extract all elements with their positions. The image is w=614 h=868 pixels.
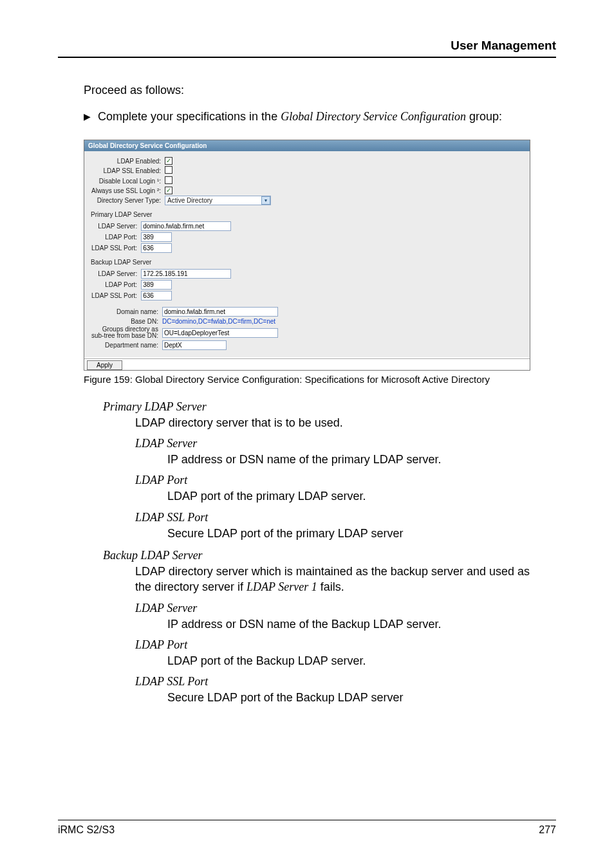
dir-server-type-select[interactable]: Active Directory ▾ bbox=[165, 196, 271, 205]
ldap-ssl-enabled-checkbox[interactable] bbox=[165, 166, 172, 174]
base-dn-value: DC=domino,DC=fwlab,DC=firm,DC=net bbox=[160, 317, 280, 326]
step-bullet: ▶ Complete your specifications in the Gl… bbox=[84, 109, 556, 124]
triangle-bullet-icon: ▶ bbox=[84, 109, 98, 124]
ldap-enabled-label: LDAP Enabled: bbox=[89, 156, 163, 165]
step-text-ref: Global Directory Service Configuration bbox=[281, 110, 466, 123]
primary-port-input[interactable] bbox=[141, 232, 172, 242]
ldap-enabled-checkbox[interactable]: ✓ bbox=[165, 157, 172, 165]
term-primary-ldap-ssl-port: LDAP SSL Port bbox=[135, 511, 530, 524]
backup-ssl-port-label: LDAP SSL Port: bbox=[89, 290, 139, 301]
groups-dir-label-b: sub-tree from base DN: bbox=[91, 333, 158, 339]
primary-ssl-port-input[interactable] bbox=[141, 243, 172, 253]
primary-server-label: LDAP Server: bbox=[89, 221, 139, 232]
primary-ssl-port-label: LDAP SSL Port: bbox=[89, 243, 139, 254]
desc-backup-ldap-ssl-port: Secure LDAP port of the Backup LDAP serv… bbox=[167, 690, 530, 705]
desc-primary-ldap-server: IP address or DSN name of the primary LD… bbox=[167, 452, 530, 467]
intro-text: Proceed as follows: bbox=[84, 84, 556, 97]
primary-port-label: LDAP Port: bbox=[89, 232, 139, 243]
apply-button[interactable]: Apply bbox=[87, 360, 122, 370]
groups-dir-input[interactable] bbox=[162, 328, 278, 338]
term-backup-ldap-server: LDAP Server bbox=[135, 602, 530, 615]
chevron-down-icon: ▾ bbox=[261, 196, 270, 205]
desc-primary-ldap-ssl-port: Secure LDAP port of the primary LDAP ser… bbox=[167, 526, 530, 541]
desc-backup-ldap-port: LDAP port of the Backup LDAP server. bbox=[167, 653, 530, 669]
ldap-ssl-enabled-label: LDAP SSL Enabled: bbox=[89, 165, 163, 176]
step-text: Complete your specifications in the Glob… bbox=[98, 109, 502, 124]
primary-server-input[interactable] bbox=[141, 221, 231, 231]
base-dn-label: Base DN: bbox=[89, 317, 160, 326]
backup-ssl-port-input[interactable] bbox=[141, 291, 172, 300]
always-ssl-login-label: Always use SSL Login ²: bbox=[89, 186, 163, 195]
config-screenshot: Global Directory Service Configuration L… bbox=[84, 140, 530, 371]
disable-local-login-checkbox[interactable] bbox=[165, 176, 172, 184]
header-rule bbox=[58, 57, 556, 58]
backup-ldap-header: Backup LDAP Server bbox=[91, 259, 525, 266]
dir-server-type-value: Active Directory bbox=[167, 197, 212, 204]
footer-left: iRMC S2/S3 bbox=[58, 824, 115, 836]
term-primary-ldap: Primary LDAP Server bbox=[103, 400, 530, 414]
desc-backup-ldap: LDAP directory server which is maintaine… bbox=[135, 564, 530, 595]
dir-server-type-label: Directory Server Type: bbox=[89, 195, 163, 206]
figure-caption: Figure 159: Global Directory Service Con… bbox=[84, 373, 530, 386]
dept-name-input[interactable] bbox=[162, 340, 227, 350]
panel-title: Global Directory Service Configuration bbox=[84, 140, 530, 151]
primary-ldap-header: Primary LDAP Server bbox=[91, 211, 525, 218]
always-ssl-login-checkbox[interactable]: ✓ bbox=[165, 187, 172, 194]
term-primary-ldap-port: LDAP Port bbox=[135, 474, 530, 487]
disable-local-login-label: Disable Local Login ¹: bbox=[89, 176, 163, 186]
backup-port-input[interactable] bbox=[141, 280, 172, 290]
desc-backup-ref: LDAP Server 1 bbox=[247, 580, 317, 593]
desc-backup-ldap-server: IP address or DSN name of the Backup LDA… bbox=[167, 616, 530, 632]
backup-port-label: LDAP Port: bbox=[89, 279, 139, 290]
footer-page-number: 277 bbox=[539, 824, 556, 836]
domain-name-label: Domain name: bbox=[89, 306, 160, 317]
domain-name-input[interactable] bbox=[162, 307, 278, 317]
term-primary-ldap-server: LDAP Server bbox=[135, 437, 530, 450]
page-header-title: User Management bbox=[58, 39, 556, 53]
dept-name-label: Department name: bbox=[89, 340, 160, 351]
term-backup-ldap-port: LDAP Port bbox=[135, 638, 530, 652]
step-text-prefix: Complete your specifications in the bbox=[98, 110, 281, 123]
footer-rule bbox=[58, 820, 556, 820]
desc-primary-ldap-port: LDAP port of the primary LDAP server. bbox=[167, 488, 530, 504]
desc-primary-ldap: LDAP directory server that is to be used… bbox=[135, 415, 530, 430]
backup-server-input[interactable] bbox=[141, 269, 231, 279]
term-backup-ldap: Backup LDAP Server bbox=[103, 549, 530, 562]
backup-server-label: LDAP Server: bbox=[89, 268, 139, 279]
desc-backup-post: fails. bbox=[317, 580, 344, 593]
step-text-suffix: group: bbox=[466, 110, 502, 123]
term-backup-ldap-ssl-port: LDAP SSL Port bbox=[135, 675, 530, 688]
